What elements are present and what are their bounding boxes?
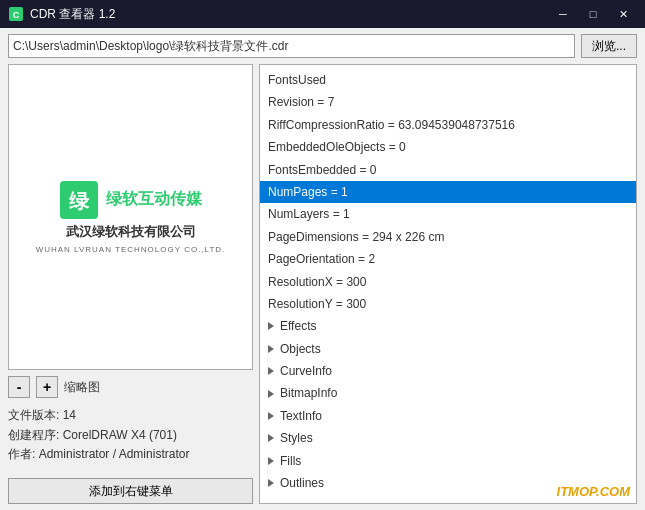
expand-icon [268, 345, 274, 353]
file-creator-line: 创建程序: CorelDRAW X4 (701) [8, 426, 253, 445]
prop-label-fills: Fills [280, 451, 301, 471]
expand-icon [268, 479, 274, 487]
prop-item-textinfo[interactable]: TextInfo [260, 405, 636, 427]
watermark: ITMOP.COM [557, 484, 630, 499]
prop-item-revision: Revision = 7 [260, 91, 636, 113]
preview-box: 绿 绿软互动传媒 武汉绿软科技有限公司 WUHAN LVRUAN TECHNOL… [8, 64, 253, 370]
expand-icon [268, 457, 274, 465]
minimize-button[interactable]: ─ [549, 0, 577, 28]
logo-cn-name: 武汉绿软科技有限公司 [66, 223, 196, 241]
logo-area: 绿 绿软互动传媒 武汉绿软科技有限公司 WUHAN LVRUAN TECHNOL… [26, 171, 236, 264]
content-area: 绿 绿软互动传媒 武汉绿软科技有限公司 WUHAN LVRUAN TECHNOL… [8, 64, 637, 504]
properties-list: FontsUsedRevision = 7RiffCompressionRati… [260, 69, 636, 494]
add-context-menu-button[interactable]: 添加到右键菜单 [8, 478, 253, 504]
properties-panel[interactable]: FontsUsedRevision = 7RiffCompressionRati… [259, 64, 637, 504]
title-bar: C CDR 查看器 1.2 ─ □ ✕ [0, 0, 645, 28]
prop-item-embedded: EmbeddedOleObjects = 0 [260, 136, 636, 158]
prop-item-numpages: NumPages = 1 [260, 181, 636, 203]
file-info-area: 文件版本: 14 创建程序: CorelDRAW X4 (701) 作者: Ad… [8, 404, 253, 466]
prop-item-pagedimensions: PageDimensions = 294 x 226 cm [260, 226, 636, 248]
zoom-out-button[interactable]: - [8, 376, 30, 398]
logo-en-name: WUHAN LVRUAN TECHNOLOGY CO.,LTD. [36, 245, 226, 254]
file-path-row: 浏览... [8, 34, 637, 58]
prop-item-fills[interactable]: Fills [260, 450, 636, 472]
window-title: CDR 查看器 1.2 [30, 6, 549, 23]
expand-icon [268, 412, 274, 420]
logo-company-name: 绿软互动传媒 [106, 189, 202, 210]
file-author-line: 作者: Administrator / Administrator [8, 445, 253, 464]
prop-label-textinfo: TextInfo [280, 406, 322, 426]
close-button[interactable]: ✕ [609, 0, 637, 28]
prop-label-objects: Objects [280, 339, 321, 359]
thumbnail-controls: - + 缩略图 [8, 376, 253, 398]
prop-label-effects: Effects [280, 316, 316, 336]
file-version-line: 文件版本: 14 [8, 406, 253, 425]
svg-text:绿: 绿 [69, 190, 90, 212]
prop-item-objects[interactable]: Objects [260, 338, 636, 360]
app-icon: C [8, 6, 24, 22]
preview-content: 绿 绿软互动传媒 武汉绿软科技有限公司 WUHAN LVRUAN TECHNOL… [9, 65, 252, 369]
maximize-button[interactable]: □ [579, 0, 607, 28]
main-container: 浏览... 绿 绿软互动传媒 [0, 28, 645, 510]
prop-item-riff: RiffCompressionRatio = 63.09453904873751… [260, 114, 636, 136]
prop-label-outlines: Outlines [280, 473, 324, 493]
zoom-in-button[interactable]: + [36, 376, 58, 398]
browse-button[interactable]: 浏览... [581, 34, 637, 58]
file-path-input[interactable] [8, 34, 575, 58]
expand-icon [268, 367, 274, 375]
left-panel: 绿 绿软互动传媒 武汉绿软科技有限公司 WUHAN LVRUAN TECHNOL… [8, 64, 253, 504]
logo-top: 绿 绿软互动传媒 [60, 181, 202, 219]
expand-icon [268, 322, 274, 330]
prop-label-bitmapinfo: BitmapInfo [280, 383, 337, 403]
expand-icon [268, 434, 274, 442]
window-controls: ─ □ ✕ [549, 0, 637, 28]
prop-item-bitmapinfo[interactable]: BitmapInfo [260, 382, 636, 404]
prop-item-styles[interactable]: Styles [260, 427, 636, 449]
prop-item-resolutionx: ResolutionX = 300 [260, 271, 636, 293]
prop-item-resolutiony: ResolutionY = 300 [260, 293, 636, 315]
prop-item-effects[interactable]: Effects [260, 315, 636, 337]
prop-item-curveinfo[interactable]: CurveInfo [260, 360, 636, 382]
expand-icon [268, 390, 274, 398]
thumbnail-label: 缩略图 [64, 379, 100, 396]
prop-item-fontsused: FontsUsed [260, 69, 636, 91]
prop-item-fontsembedded: FontsEmbedded = 0 [260, 159, 636, 181]
prop-item-numlayers: NumLayers = 1 [260, 203, 636, 225]
svg-text:C: C [13, 10, 20, 20]
prop-label-styles: Styles [280, 428, 313, 448]
logo-icon: 绿 [60, 181, 98, 219]
prop-label-curveinfo: CurveInfo [280, 361, 332, 381]
prop-item-pageorientation: PageOrientation = 2 [260, 248, 636, 270]
